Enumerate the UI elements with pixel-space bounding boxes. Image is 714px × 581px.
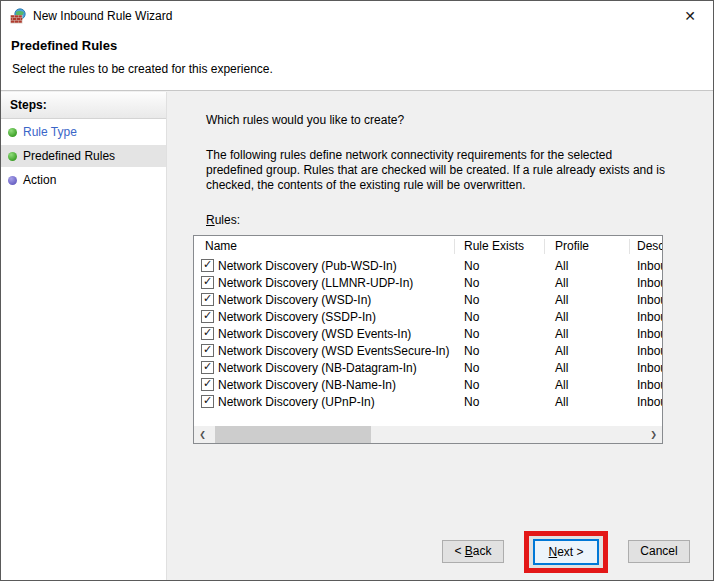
step-label: Predefined Rules xyxy=(23,149,115,163)
next-label-rest: ext > xyxy=(557,545,583,559)
step-bullet-icon xyxy=(8,128,17,137)
rule-description-value: Inbou xyxy=(630,361,662,375)
back-button[interactable]: < Back xyxy=(442,540,504,563)
rules-list-label: Rules: xyxy=(206,213,240,227)
steps-sidebar: Steps: Rule Type Predefined Rules Action xyxy=(1,92,167,580)
rule-name: Network Discovery (WSD EventsSecure-In) xyxy=(218,344,449,358)
rules-label-rest: ules: xyxy=(215,213,240,227)
rule-exists-value: No xyxy=(455,293,545,307)
table-row[interactable]: ✓Network Discovery (Pub-WSD-In) No All I… xyxy=(194,257,662,274)
firewall-app-icon xyxy=(10,8,26,24)
rule-checkbox[interactable]: ✓ xyxy=(201,378,214,391)
rule-profile-value: All xyxy=(545,361,630,375)
table-row[interactable]: ✓Network Discovery (WSD EventsSecure-In)… xyxy=(194,342,662,359)
rule-description-value: Inbou xyxy=(630,378,662,392)
rule-name: Network Discovery (NB-Name-In) xyxy=(218,378,396,392)
cancel-button[interactable]: Cancel xyxy=(628,540,690,563)
rule-name: Network Discovery (UPnP-In) xyxy=(218,395,375,409)
checkmark-icon: ✓ xyxy=(203,395,212,406)
checkmark-icon: ✓ xyxy=(203,327,212,338)
rule-exists-value: No xyxy=(455,327,545,341)
back-label-accelerator: B xyxy=(465,544,473,558)
rule-profile-value: All xyxy=(545,259,630,273)
rules-label-accelerator: R xyxy=(206,213,215,227)
table-row[interactable]: ✓Network Discovery (LLMNR-UDP-In) No All… xyxy=(194,274,662,291)
next-button[interactable]: Next > xyxy=(533,539,599,565)
sidebar-item-rule-type[interactable]: Rule Type xyxy=(1,121,166,143)
table-row[interactable]: ✓Network Discovery (UPnP-In) No All Inbo… xyxy=(194,393,662,410)
scroll-left-icon[interactable]: ❮ xyxy=(194,426,211,443)
rule-checkbox[interactable]: ✓ xyxy=(201,327,214,340)
checkmark-icon: ✓ xyxy=(203,293,212,304)
back-label-pre: < xyxy=(454,544,464,558)
rule-checkbox[interactable]: ✓ xyxy=(201,293,214,306)
checkmark-icon: ✓ xyxy=(203,344,212,355)
back-label-rest: ack xyxy=(473,544,492,558)
rule-description-value: Inbou xyxy=(630,259,662,273)
rule-exists-value: No xyxy=(455,259,545,273)
rule-exists-value: No xyxy=(455,310,545,324)
rule-name: Network Discovery (SSDP-In) xyxy=(218,310,376,324)
window-title: New Inbound Rule Wizard xyxy=(33,1,172,31)
column-header-rule-exists[interactable]: Rule Exists xyxy=(455,239,545,254)
rule-checkbox[interactable]: ✓ xyxy=(201,361,214,374)
rule-profile-value: All xyxy=(545,378,630,392)
rules-table: Name Rule Exists Profile Desc ✓Network D… xyxy=(193,235,663,444)
column-header-profile[interactable]: Profile xyxy=(545,239,630,254)
table-row[interactable]: ✓Network Discovery (NB-Name-In) No All I… xyxy=(194,376,662,393)
rule-checkbox[interactable]: ✓ xyxy=(201,259,214,272)
column-header-name[interactable]: Name xyxy=(194,239,455,254)
rule-checkbox[interactable]: ✓ xyxy=(201,310,214,323)
sidebar-item-predefined-rules[interactable]: Predefined Rules xyxy=(1,145,166,167)
title-bar: New Inbound Rule Wizard ✕ xyxy=(1,1,713,31)
horizontal-scrollbar[interactable]: ❮ ❯ xyxy=(194,426,662,443)
rule-name: Network Discovery (LLMNR-UDP-In) xyxy=(218,276,413,290)
wizard-window: New Inbound Rule Wizard ✕ Predefined Rul… xyxy=(0,0,714,581)
rule-description-value: Inbou xyxy=(630,327,662,341)
cancel-label: Cancel xyxy=(640,544,677,558)
rule-profile-value: All xyxy=(545,344,630,358)
step-bullet-icon xyxy=(8,176,17,185)
sidebar-item-action[interactable]: Action xyxy=(1,169,166,191)
rule-name: Network Discovery (NB-Datagram-In) xyxy=(218,361,417,375)
rule-exists-value: No xyxy=(455,378,545,392)
checkmark-icon: ✓ xyxy=(203,310,212,321)
rule-profile-value: All xyxy=(545,310,630,324)
rule-checkbox[interactable]: ✓ xyxy=(201,276,214,289)
table-row[interactable]: ✓Network Discovery (NB-Datagram-In) No A… xyxy=(194,359,662,376)
checkmark-icon: ✓ xyxy=(203,378,212,389)
table-row[interactable]: ✓Network Discovery (WSD Events-In) No Al… xyxy=(194,325,662,342)
step-bullet-icon xyxy=(8,152,17,161)
rule-description-value: Inbou xyxy=(630,293,662,307)
rule-exists-value: No xyxy=(455,361,545,375)
rule-profile-value: All xyxy=(545,395,630,409)
page-subtitle: Select the rules to be created for this … xyxy=(12,62,273,76)
rule-checkbox[interactable]: ✓ xyxy=(201,344,214,357)
rule-profile-value: All xyxy=(545,276,630,290)
table-row[interactable]: ✓Network Discovery (WSD-In) No All Inbou xyxy=(194,291,662,308)
question-text: Which rules would you like to create? xyxy=(206,113,404,127)
rule-exists-value: No xyxy=(455,395,545,409)
rule-description-value: Inbou xyxy=(630,395,662,409)
rule-exists-value: No xyxy=(455,276,545,290)
scrollbar-thumb[interactable] xyxy=(215,426,371,443)
rule-description-value: Inbou xyxy=(630,276,662,290)
checkmark-icon: ✓ xyxy=(203,361,212,372)
close-icon[interactable]: ✕ xyxy=(673,1,707,31)
next-label-accelerator: N xyxy=(548,545,557,559)
rule-name: Network Discovery (WSD-In) xyxy=(218,293,371,307)
rule-name: Network Discovery (WSD Events-In) xyxy=(218,327,411,341)
column-header-description[interactable]: Desc xyxy=(630,239,662,254)
step-label: Rule Type xyxy=(23,125,77,139)
rule-description-value: Inbou xyxy=(630,310,662,324)
checkmark-icon: ✓ xyxy=(203,259,212,270)
wizard-header: Predefined Rules Select the rules to be … xyxy=(1,31,713,91)
red-highlight-annotation: Next > xyxy=(524,531,608,573)
rule-profile-value: All xyxy=(545,327,630,341)
scroll-right-icon[interactable]: ❯ xyxy=(645,426,662,443)
description-text: The following rules define network conne… xyxy=(206,148,668,193)
table-row[interactable]: ✓Network Discovery (SSDP-In) No All Inbo… xyxy=(194,308,662,325)
rule-checkbox[interactable]: ✓ xyxy=(201,395,214,408)
rule-name: Network Discovery (Pub-WSD-In) xyxy=(218,259,397,273)
table-header-row: Name Rule Exists Profile Desc xyxy=(194,236,662,257)
